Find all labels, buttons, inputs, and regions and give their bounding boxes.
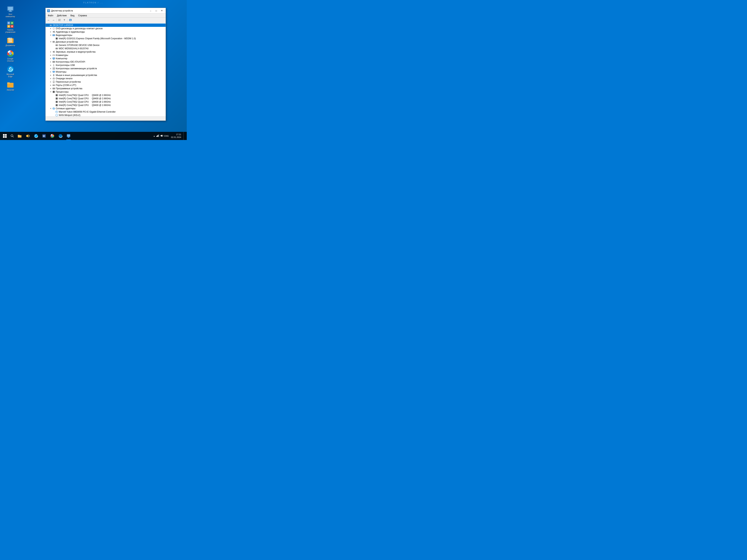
tree-cpu-4[interactable]: Intel(R) Core(TM)2 Quad CPU Q9400 @ 2.66… [46,104,165,107]
tree-marvell[interactable]: Marvell Yukon 88E8056 PCI-E Gigabit Ethe… [46,110,165,113]
keyboard-expander[interactable]: ► [49,54,52,57]
desktop-icon-downloads[interactable]: Загрузки [4,81,17,91]
tree-video[interactable]: ▼ Видеоадаптеры [46,33,165,37]
keyboard-icon [52,54,55,57]
systray-network[interactable] [156,134,159,138]
root-expander[interactable]: ▼ [46,24,49,27]
svg-rect-29 [59,20,60,20]
menu-help[interactable]: Справка [77,14,88,17]
storage-ctrl-icon [52,67,55,70]
taskbar-file-explorer[interactable] [16,132,24,140]
tree-view[interactable]: ▼ DESKTOP-L4IN5G8 ► [46,23,165,116]
taskbar-edge[interactable] [32,132,40,140]
svg-point-9 [11,22,13,24]
portable-expander[interactable]: ► [49,80,52,83]
menu-action[interactable]: Действие [56,14,68,17]
tree-cpu-3[interactable]: Intel(R) Core(TM)2 Quad CPU Q9400 @ 2.66… [46,100,165,104]
taskbar-audio[interactable] [24,132,32,140]
tree-root[interactable]: ▼ DESKTOP-L4IN5G8 [46,24,165,27]
svg-rect-1 [8,7,12,10]
wdc-label: WDC WD5002AALX-00J37A0 [59,47,88,50]
tree-wdc[interactable]: WDC WD5002AALX-00J37A0 [46,47,165,50]
usb-expander[interactable]: ► [49,64,52,67]
taskbar-chrome[interactable] [48,132,56,140]
svg-rect-63 [53,59,54,59]
desktop-icon-edge[interactable]: MicrosoftEdge [4,65,17,78]
tree-computer[interactable]: ► Компьютер [46,57,165,60]
taskbar-device-manager[interactable] [65,132,73,140]
tree-cpu-1[interactable]: Intel(R) Core(TM)2 Quad CPU Q9400 @ 2.66… [46,94,165,97]
maximize-button[interactable]: □ [154,9,159,12]
menu-view[interactable]: Вид [69,14,76,17]
tree-storage-ctrl[interactable]: ► Контроллеры запоминающих устройств [46,67,165,70]
toolbar-scan[interactable] [68,18,73,22]
svg-point-22 [10,53,11,54]
storage-ctrl-expander[interactable]: ► [49,67,52,70]
systray-expand[interactable]: ▲ [153,135,155,137]
toolbar-forward[interactable]: → [51,18,56,22]
svg-point-67 [54,64,54,64]
desktop-icon-documents[interactable]: Документы [4,37,17,47]
tree-ports[interactable]: ► Порты (COM и LPT) [46,83,165,87]
toolbar-help[interactable]: ? [62,18,67,22]
intel-gpu-icon [55,37,58,40]
monitor-expander[interactable]: ► [49,70,52,73]
tree-mouse[interactable]: ► Мыши и иные указывающие устройства [46,74,165,77]
tree-software[interactable]: ► Программные устройства [46,87,165,90]
start-button[interactable] [1,132,9,140]
tree-keyboard[interactable]: ► Клавиатуры [46,54,165,57]
svg-rect-122 [18,136,21,137]
close-button[interactable]: ✕ [159,9,164,12]
toolbar-properties[interactable] [57,18,62,22]
tree-disk[interactable]: ▼ Дисковые устройства [46,40,165,44]
ide-expander[interactable]: ► [49,60,52,63]
print-expander[interactable]: ► [49,77,52,80]
tree-ide[interactable]: ► Контроллеры IDE ATA/ATAPI [46,60,165,63]
tree-monitor[interactable]: ► Мониторы [46,70,165,74]
tree-intel-gpu[interactable]: Intel(R) G33/G31 Express Chipset Family … [46,37,165,40]
show-desktop-button[interactable] [183,132,184,140]
svg-rect-39 [53,31,54,32]
tree-wan-ikev2[interactable]: WAN Miniport (IKEv2) [46,113,165,116]
tree-cpu[interactable]: ▼ Процессоры [46,90,165,94]
print-icon [52,77,55,80]
svg-rect-52 [56,48,57,49]
audio-expander[interactable]: ► [49,30,52,33]
software-expander[interactable]: ► [49,87,52,90]
sound-expander[interactable]: ► [49,50,52,53]
clock[interactable]: 17:21 02.01.2024 [170,133,183,139]
disk-expander[interactable]: ▼ [49,41,52,43]
svg-point-70 [54,68,55,68]
tree-network[interactable]: ▼ Сетевые адаптеры [46,107,165,110]
desktop-icon-chrome[interactable]: GoogleChrome [4,50,17,62]
svg-rect-137 [157,135,158,137]
tree-cpu-2[interactable]: Intel(R) Core(TM)2 Quad CPU Q9400 @ 2.66… [46,97,165,100]
desktop: FLATRON / ... Этоткомпьютер [0,0,187,140]
mouse-expander[interactable]: ► [49,74,52,77]
tree-usb[interactable]: ► Контроллеры USB [46,63,165,67]
systray-volume[interactable] [160,134,163,138]
dvd-expander[interactable]: ► [49,27,52,30]
downloads-icon [7,81,14,88]
cpu-icon [52,90,55,93]
toolbar-back[interactable]: ← [46,18,51,22]
desktop-icon-control-panel[interactable]: Панельуправления [4,21,17,33]
tree-sound[interactable]: ► Звуковые, игровые и видеоустройства [46,50,165,54]
systray-language[interactable]: ENG [164,135,169,137]
tree-audio[interactable]: ► Аудиовходы и аудиовыходы [46,30,165,33]
computer-expander[interactable]: ► [49,57,52,60]
menu-file[interactable]: Файл [46,14,55,17]
tree-usb-storage[interactable]: Generic STORAGE DEVICE USB Device [46,44,165,47]
network-expander[interactable]: ▼ [49,107,52,110]
desktop-icon-this-pc[interactable]: Этоткомпьютер [4,5,17,18]
tree-portable[interactable]: ► Переносные устройства [46,80,165,83]
minimize-button[interactable]: – [148,9,153,12]
cpu-expander[interactable]: ▼ [49,90,52,93]
tree-dvd[interactable]: ► DVD-дисководы и дисководы компакт-диск… [46,27,165,30]
tree-print[interactable]: ► Очереди печати [46,77,165,80]
taskbar-edge2[interactable] [56,132,65,140]
search-button[interactable] [9,132,16,140]
ports-expander[interactable]: ► [49,84,52,87]
video-expander[interactable]: ▼ [49,34,52,37]
taskbar-word[interactable]: W [40,132,48,140]
